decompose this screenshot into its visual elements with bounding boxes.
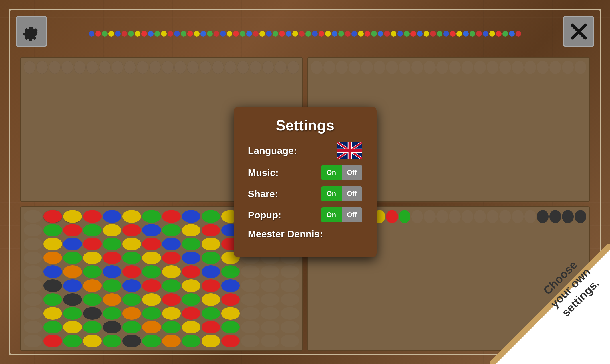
music-on-button[interactable]: On (321, 165, 342, 180)
title-dot (332, 31, 337, 37)
settings-title: Settings (248, 117, 362, 134)
close-button[interactable] (563, 16, 594, 47)
gear-button[interactable] (16, 16, 47, 47)
title-dot (299, 31, 305, 37)
title-dot (207, 31, 213, 37)
title-dot (365, 31, 370, 37)
title-dot (128, 31, 134, 37)
popup-label: Popup: (248, 209, 281, 221)
title-dot (476, 31, 482, 37)
title-dot (95, 31, 101, 37)
title-dot (174, 31, 180, 37)
title-dot (266, 31, 272, 37)
title-dot (496, 31, 502, 37)
title-dot (483, 31, 488, 37)
title-dot (312, 31, 318, 37)
title-dot (115, 31, 121, 37)
share-row: Share: On Off (248, 186, 362, 201)
meester-row: Meester Dennis: (248, 228, 362, 240)
title-dot (253, 31, 259, 37)
promo-banner: Choose your own settings. (490, 244, 610, 364)
title-dot (417, 31, 423, 37)
title-dot (148, 31, 154, 37)
title-dot (259, 31, 265, 37)
title-dot (220, 31, 226, 37)
share-toggle: On Off (321, 186, 362, 201)
popup-on-button[interactable]: On (321, 207, 342, 222)
title-dot (154, 31, 160, 37)
title-dot (200, 31, 206, 37)
music-label: Music: (248, 167, 279, 178)
popup-off-button[interactable]: Off (342, 207, 362, 222)
title-dot (181, 31, 186, 37)
title-dot (345, 31, 351, 37)
title-dot (437, 31, 442, 37)
popup-toggle: On Off (321, 207, 362, 222)
title-area (57, 11, 553, 56)
title-dot (305, 31, 311, 37)
title-dot (456, 31, 462, 37)
title-dot (161, 31, 167, 37)
title-dot (135, 31, 140, 37)
title-dot (108, 31, 114, 37)
title-dot (410, 31, 416, 37)
title-dot (470, 31, 475, 37)
title-dot (122, 31, 127, 37)
title-dot (463, 31, 469, 37)
title-dot (443, 31, 449, 37)
title-dot (279, 31, 285, 37)
title-dot (378, 31, 383, 37)
game-background: Settings Language: Music: On Off (0, 0, 610, 364)
popup-row: Popup: On Off (248, 207, 362, 222)
title-dot (404, 31, 410, 37)
title-dot (450, 31, 456, 37)
language-flag[interactable] (337, 142, 362, 159)
music-row: Music: On Off (248, 165, 362, 180)
title-dot (240, 31, 245, 37)
title-dot (338, 31, 344, 37)
title-dot (509, 31, 515, 37)
language-label: Language: (248, 145, 297, 156)
music-off-button[interactable]: Off (342, 165, 362, 180)
title-dot (89, 31, 94, 37)
title-dot (214, 31, 219, 37)
meester-label: Meester Dennis: (248, 228, 323, 240)
settings-modal: Settings Language: Music: On Off (234, 107, 377, 257)
title-dot (430, 31, 436, 37)
title-dot (391, 31, 396, 37)
share-on-button[interactable]: On (321, 186, 342, 201)
title-dot (358, 31, 364, 37)
title-dot (397, 31, 403, 37)
title-dot (516, 31, 521, 37)
title-dot (502, 31, 508, 37)
title-dot (141, 31, 147, 37)
title-dot (168, 31, 173, 37)
title-dot (292, 31, 298, 37)
title-dot (102, 31, 108, 37)
title-dot (371, 31, 377, 37)
title-dot (384, 31, 390, 37)
title-dot (273, 31, 278, 37)
banner-text: Choose your own settings. (531, 248, 610, 327)
language-row: Language: (248, 142, 362, 159)
title-dot (325, 31, 331, 37)
share-label: Share: (248, 188, 278, 199)
share-off-button[interactable]: Off (342, 186, 362, 201)
title-dot (233, 31, 239, 37)
title-dot (424, 31, 429, 37)
title-dot (489, 31, 495, 37)
title-dot (351, 31, 357, 37)
title-dot (194, 31, 200, 37)
title-dot (246, 31, 252, 37)
title-dot (319, 31, 324, 37)
title-dot (286, 31, 291, 37)
title-dot (187, 31, 193, 37)
music-toggle: On Off (321, 165, 362, 180)
title-dot (227, 31, 232, 37)
